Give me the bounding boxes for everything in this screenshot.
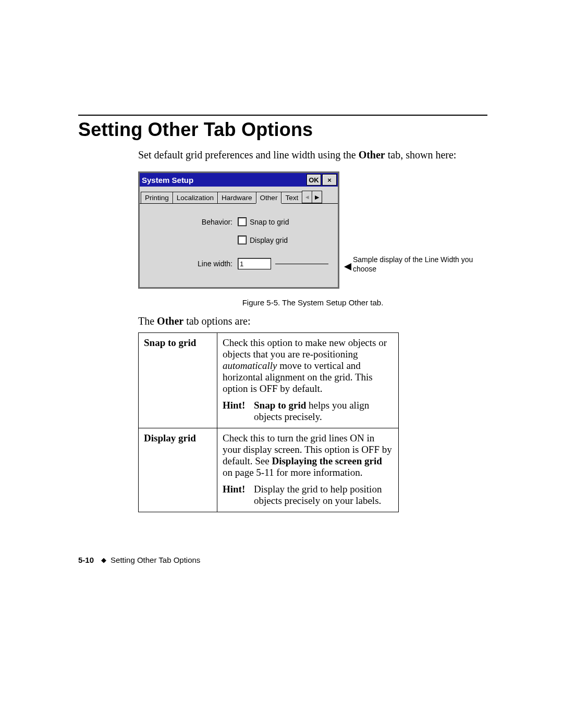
tab-printing[interactable]: Printing (141, 192, 173, 203)
section-heading: Setting Other Tab Options (78, 119, 487, 141)
close-button[interactable]: × (322, 174, 337, 186)
table-row: Snap to grid Check this option to make n… (139, 333, 399, 428)
behavior-row: Behavior: Snap to grid (149, 217, 328, 226)
line-width-value: 1 (240, 260, 243, 268)
option-key-display: Display grid (139, 428, 217, 512)
footer-section-name: Setting Other Tab Options (111, 556, 200, 564)
tab-localization[interactable]: Localization (173, 192, 218, 203)
line-width-row: Line width: 1 (149, 258, 328, 269)
options-table: Snap to grid Check this option to make n… (138, 332, 399, 512)
display-hint-label: Hint! (223, 484, 254, 507)
option-desc-display: Check this to turn the grid lines ON in … (217, 428, 399, 512)
line-width-input[interactable]: 1 (238, 258, 271, 269)
top-rule (78, 115, 487, 116)
behavior-label: Behavior: (149, 218, 238, 226)
window-title: System Setup (142, 176, 305, 184)
display-grid-label: Display grid (250, 236, 288, 244)
snap-desc-before: Check this option to make new objects or… (223, 337, 387, 360)
display-hint: Hint! Display the grid to help position … (223, 484, 393, 507)
title-bar: System Setup OK × (140, 173, 338, 187)
diamond-icon: ◆ (101, 556, 106, 564)
tab-scroll-right-icon[interactable]: ▶ (312, 191, 322, 203)
snap-hint-label: Hint! (223, 400, 254, 423)
display-grid-row: Display grid (149, 236, 328, 244)
lead-paragraph: The Other tab options are: (138, 315, 487, 327)
snap-to-grid-label: Snap to grid (250, 218, 289, 226)
figure: System Setup OK × Printing Localization … (138, 171, 487, 289)
tab-strip: Printing Localization Hardware Other Tex… (140, 187, 338, 203)
snap-to-grid-checkbox[interactable] (238, 217, 247, 226)
lead-bold: Other (157, 315, 183, 327)
ok-button[interactable]: OK (307, 174, 321, 186)
display-desc-bold: Displaying the screen grid (272, 455, 382, 466)
lead-after: tab options are: (183, 315, 250, 327)
line-width-label: Line width: (149, 260, 238, 268)
page-footer: 5-10 ◆ Setting Other Tab Options (78, 556, 200, 564)
snap-hint-text: Snap to grid helps you align objects pre… (254, 400, 393, 423)
tab-scroll-left-icon[interactable]: ◄ (302, 191, 312, 203)
snap-hint-bold: Snap to grid (254, 400, 306, 411)
callout-text: Sample display of the Line Width you cho… (353, 255, 480, 274)
tab-panel-other: Behavior: Snap to grid Display grid (140, 203, 338, 287)
option-key-snap: Snap to grid (139, 333, 217, 428)
display-hint-text: Display the grid to help position object… (254, 484, 393, 507)
table-row: Display grid Check this to turn the grid… (139, 428, 399, 512)
intro-paragraph: Set default grid preferences and line wi… (138, 148, 487, 162)
lead-before: The (138, 315, 157, 327)
page-number: 5-10 (78, 556, 94, 564)
display-grid-checkbox[interactable] (238, 236, 247, 244)
tab-hardware[interactable]: Hardware (217, 192, 256, 203)
tab-scroll: ◄ ▶ (302, 191, 322, 203)
tab-other[interactable]: Other (256, 192, 282, 203)
snap-hint: Hint! Snap to grid helps you align objec… (223, 400, 393, 423)
tab-text[interactable]: Text (281, 192, 302, 203)
intro-text-after: tab, shown here: (385, 149, 457, 161)
arrow-left-icon (344, 263, 351, 270)
display-desc-after: on page 5-11 for more information. (223, 467, 362, 478)
line-width-sample (275, 264, 328, 264)
option-desc-snap: Check this option to make new objects or… (217, 333, 399, 428)
intro-text-before: Set default grid preferences and line wi… (138, 149, 359, 161)
snap-desc-italic: automatically (223, 360, 277, 371)
intro-bold: Other (359, 149, 385, 161)
figure-caption: Figure 5-5. The System Setup Other tab. (138, 298, 487, 307)
system-setup-window: System Setup OK × Printing Localization … (138, 171, 339, 289)
page: Setting Other Tab Options Set default gr… (0, 0, 563, 728)
callout: Sample display of the Line Width you cho… (344, 255, 480, 274)
body-column: Set default grid preferences and line wi… (138, 148, 487, 512)
